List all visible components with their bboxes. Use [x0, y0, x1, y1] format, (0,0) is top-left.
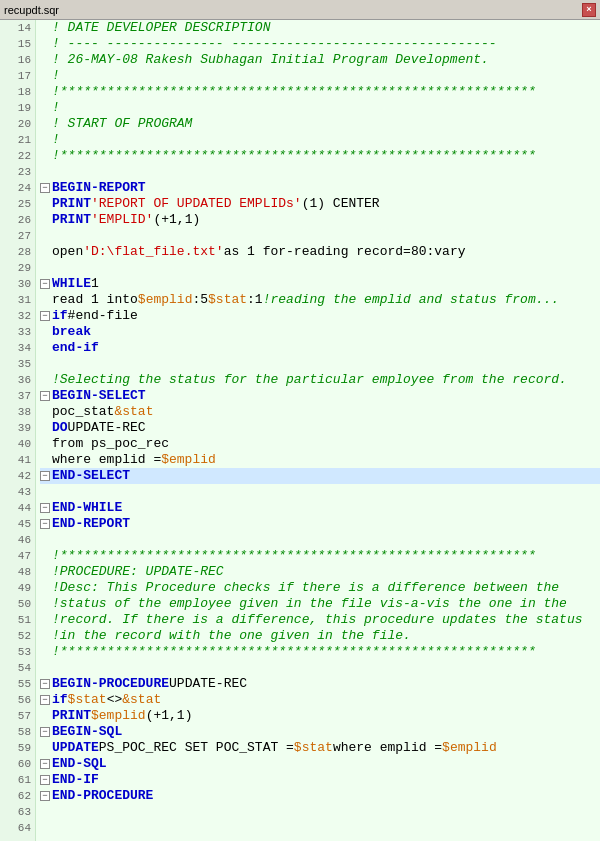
token-keyword: END-SELECT — [52, 468, 130, 484]
token-keyword: PRINT — [52, 708, 91, 724]
token-keyword: BEGIN-SELECT — [52, 388, 146, 404]
token-keyword: DO — [52, 420, 68, 436]
token-normal: (+1,1) — [153, 212, 200, 228]
line-number: 36 — [0, 372, 35, 388]
token-normal: UPDATE-REC — [169, 676, 247, 692]
line-number: 18 — [0, 84, 35, 100]
token-normal: read 1 into — [52, 292, 138, 308]
code-line: ! — [40, 68, 600, 84]
fold-end-icon[interactable]: − — [40, 503, 50, 513]
line-number: 45 — [0, 516, 35, 532]
fold-collapse-icon[interactable]: − — [40, 279, 50, 289]
code-line: !***************************************… — [40, 148, 600, 164]
token-string: 'REPORT OF UPDATED EMPLIDs' — [91, 196, 302, 212]
line-number: 56 — [0, 692, 35, 708]
code-line: PRINT 'REPORT OF UPDATED EMPLIDs' (1) CE… — [40, 196, 600, 212]
code-line: −END-IF — [40, 772, 600, 788]
code-line: poc_stat &stat — [40, 404, 600, 420]
token-normal: poc_stat — [52, 404, 114, 420]
code-line: −BEGIN-SELECT — [40, 388, 600, 404]
code-line — [40, 164, 600, 180]
code-line: −END-WHILE — [40, 500, 600, 516]
code-line: −if $stat <> &stat — [40, 692, 600, 708]
line-number: 23 — [0, 164, 35, 180]
token-string: 'D:\flat_file.txt' — [83, 244, 223, 260]
token-normal: :1 — [247, 292, 263, 308]
close-button[interactable]: × — [582, 3, 596, 17]
fold-collapse-icon[interactable]: − — [40, 695, 50, 705]
code-line: open 'D:\flat_file.txt' as 1 for-reading… — [40, 244, 600, 260]
token-comment: !***************************************… — [52, 84, 536, 100]
code-line — [40, 356, 600, 372]
fold-collapse-icon[interactable]: − — [40, 679, 50, 689]
line-number: 53 — [0, 644, 35, 660]
code-line: DO UPDATE-REC — [40, 420, 600, 436]
token-keyword: END-IF — [52, 772, 99, 788]
fold-collapse-icon[interactable]: − — [40, 183, 50, 193]
fold-end-icon[interactable]: − — [40, 759, 50, 769]
line-numbers: 1415161718192021222324252627282930313233… — [0, 20, 36, 841]
code-line: !record. If there is a difference, this … — [40, 612, 600, 628]
line-number: 37 — [0, 388, 35, 404]
line-number: 61 — [0, 772, 35, 788]
code-line: −END-SELECT — [40, 468, 600, 484]
line-number: 47 — [0, 548, 35, 564]
line-number: 27 — [0, 228, 35, 244]
token-keyword: PRINT — [52, 212, 91, 228]
code-line: !***************************************… — [40, 548, 600, 564]
token-comment: !***************************************… — [52, 148, 536, 164]
line-number: 16 — [0, 52, 35, 68]
code-line: − if #end-file — [40, 308, 600, 324]
code-line: −BEGIN-REPORT — [40, 180, 600, 196]
token-comment: !status of the employee given in the fil… — [52, 596, 567, 612]
line-number: 62 — [0, 788, 35, 804]
token-keyword: if — [52, 308, 68, 324]
title-bar: recupdt.sqr × — [0, 0, 600, 20]
line-number: 55 — [0, 676, 35, 692]
line-number: 34 — [0, 340, 35, 356]
code-line — [40, 660, 600, 676]
line-number: 42 — [0, 468, 35, 484]
line-number: 21 — [0, 132, 35, 148]
code-line: where emplid = $emplid — [40, 452, 600, 468]
fold-end-icon[interactable]: − — [40, 791, 50, 801]
line-number: 59 — [0, 740, 35, 756]
token-comment: !Selecting the status for the particular… — [52, 372, 567, 388]
line-number: 35 — [0, 356, 35, 372]
fold-collapse-icon[interactable]: − — [40, 391, 50, 401]
code-line: −END-REPORT — [40, 516, 600, 532]
token-normal: UPDATE-REC — [68, 420, 146, 436]
fold-end-icon[interactable]: − — [40, 519, 50, 529]
code-line: UPDATE PS_POC_REC SET POC_STAT = $stat w… — [40, 740, 600, 756]
code-line — [40, 820, 600, 836]
fold-collapse-icon[interactable]: − — [40, 311, 50, 321]
token-variable: $stat — [294, 740, 333, 756]
line-number: 57 — [0, 708, 35, 724]
token-keyword: PRINT — [52, 196, 91, 212]
tab-filename: recupdt.sqr — [4, 4, 582, 16]
code-line: !Desc: This Procedure checks if there is… — [40, 580, 600, 596]
code-line: −BEGIN-PROCEDURE UPDATE-REC — [40, 676, 600, 692]
line-number: 63 — [0, 804, 35, 820]
line-number: 32 — [0, 308, 35, 324]
fold-end-icon[interactable]: − — [40, 775, 50, 785]
token-normal: from ps_poc_rec — [52, 436, 169, 452]
line-number: 46 — [0, 532, 35, 548]
fold-collapse-icon[interactable]: − — [40, 727, 50, 737]
fold-end-icon[interactable]: − — [40, 471, 50, 481]
line-number: 44 — [0, 500, 35, 516]
line-number: 49 — [0, 580, 35, 596]
line-number: 50 — [0, 596, 35, 612]
token-keyword: END-SQL — [52, 756, 107, 772]
code-line — [40, 228, 600, 244]
line-number: 64 — [0, 820, 35, 836]
token-variable: &stat — [114, 404, 153, 420]
token-keyword: END-PROCEDURE — [52, 788, 153, 804]
token-normal: where emplid = — [333, 740, 442, 756]
line-number: 33 — [0, 324, 35, 340]
token-comment: ! 26-MAY-08 Rakesh Subhagan Initial Prog… — [52, 52, 489, 68]
code-area[interactable]: ! DATE DEVELOPER DESCRIPTION! ---- -----… — [36, 20, 600, 841]
line-number: 19 — [0, 100, 35, 116]
code-line: !status of the employee given in the fil… — [40, 596, 600, 612]
code-line: !PROCEDURE: UPDATE-REC — [40, 564, 600, 580]
